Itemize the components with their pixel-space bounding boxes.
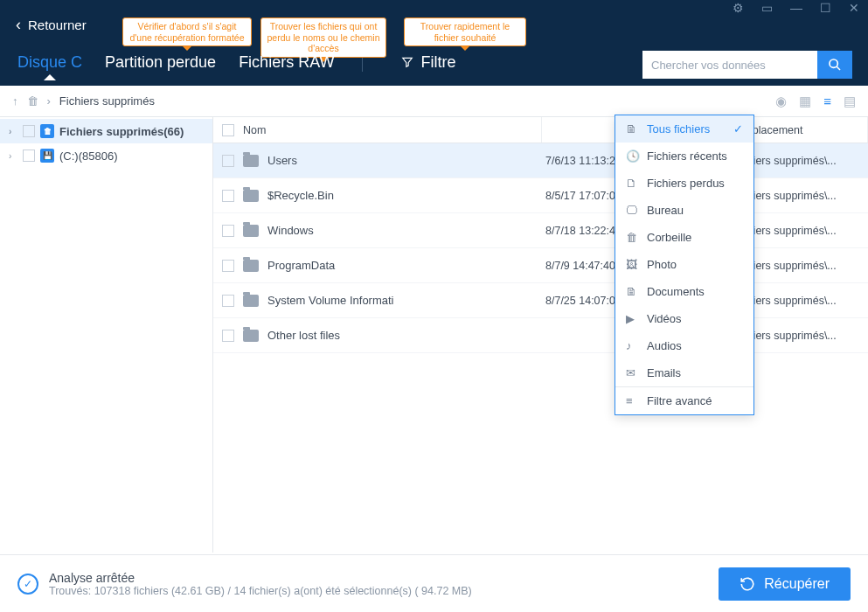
file-list: Nom Type Emplacement Users7/6/13 11:13:2… xyxy=(213,117,868,553)
select-all-checkbox[interactable] xyxy=(222,124,234,136)
tab-raw-files[interactable]: Fichiers RAW xyxy=(239,53,334,72)
audio-icon: ♪ xyxy=(626,339,638,352)
status-sub: Trouvés: 107318 fichiers (42.61 GB) / 14… xyxy=(49,585,472,597)
col-name-label: Nom xyxy=(243,124,266,136)
file-name: Windows xyxy=(267,224,314,237)
trash-icon: 🗑 xyxy=(40,124,54,138)
table-row[interactable]: ProgramData8/7/9 14:47:40Dossier de fic.… xyxy=(213,248,868,283)
restore-icon[interactable]: ▭ xyxy=(761,1,773,15)
lost-icon: 🗋 xyxy=(626,177,638,190)
breadcrumb-path[interactable]: Fichiers supprimés xyxy=(59,94,155,108)
folder-icon xyxy=(243,155,259,167)
filter-dropdown: 🗎Tous fichiers✓ 🕓Fichiers récents 🗋Fichi… xyxy=(615,115,754,415)
filter-advanced[interactable]: ≡Filtre avancé xyxy=(615,386,753,414)
folder-icon xyxy=(243,225,259,237)
main: › 🗑 Fichiers supprimés(66) › 💾 (C:)(8580… xyxy=(0,117,868,553)
checkbox[interactable] xyxy=(222,155,234,167)
tab-disk-c[interactable]: Disque C xyxy=(17,53,82,72)
table-row[interactable]: Users7/6/13 11:13:22Dossier de fic...Fic… xyxy=(213,143,868,178)
tab-lost-partition[interactable]: Partition perdue xyxy=(105,53,216,72)
title-bar: ⚙ ▭ — ☐ ✕ xyxy=(0,0,868,16)
file-name: Users xyxy=(267,154,297,167)
folder-icon xyxy=(243,260,259,272)
image-icon: 🖼 xyxy=(626,258,638,271)
checkbox[interactable] xyxy=(222,330,234,342)
search-input[interactable] xyxy=(642,51,817,79)
folder-icon xyxy=(243,295,259,307)
filter-lost[interactable]: 🗋Fichiers perdus xyxy=(615,170,753,197)
tree-c-drive[interactable]: › 💾 (C:)(85806) xyxy=(0,143,212,168)
status-title: Analyse arrêtée xyxy=(49,571,472,585)
view-switcher: ◉ ▦ ≡ ▤ xyxy=(775,94,856,109)
tab-filter[interactable]: Filtre xyxy=(401,53,455,72)
filter-all[interactable]: 🗎Tous fichiers✓ xyxy=(615,115,753,143)
back-button[interactable]: ‹ Retourner xyxy=(16,16,87,34)
grid-icon[interactable]: ▦ xyxy=(799,94,811,109)
desktop-icon: 🖵 xyxy=(626,204,638,217)
tooltip-quickfind: Trouver rapidement le fichier souhaité xyxy=(404,17,526,46)
tooltip-formatted: Vérifier d'abord s'il s'agit d'une récup… xyxy=(122,17,252,46)
svg-point-0 xyxy=(830,59,837,67)
recover-button[interactable]: Récupérer xyxy=(719,567,851,601)
search-icon xyxy=(828,58,842,72)
checkbox[interactable] xyxy=(222,190,234,202)
tree-deleted-files[interactable]: › 🗑 Fichiers supprimés(66) xyxy=(0,119,212,143)
folder-icon xyxy=(243,330,259,342)
filter-audio[interactable]: ♪Audios xyxy=(615,332,753,359)
preview-icon[interactable]: ◉ xyxy=(775,94,787,109)
status: ✓ Analyse arrêtée Trouvés: 107318 fichie… xyxy=(17,571,472,597)
file-name: System Volume Informati xyxy=(267,294,394,307)
filter-photo[interactable]: 🖼Photo xyxy=(615,251,753,278)
table-row[interactable]: Other lost filesDossier de fic...Fichier… xyxy=(213,318,868,353)
folder-icon xyxy=(243,190,259,202)
table-row[interactable]: System Volume Informati8/7/25 14:07:03Do… xyxy=(213,283,868,318)
detail-icon[interactable]: ▤ xyxy=(844,94,856,109)
table-row[interactable]: $Recycle.Bin8/5/17 17:07:09Dossier de fi… xyxy=(213,178,868,213)
list-icon[interactable]: ≡ xyxy=(823,94,831,108)
table-header: Nom Type Emplacement xyxy=(213,117,868,143)
chevron-left-icon: ‹ xyxy=(16,16,21,34)
funnel-icon xyxy=(401,56,413,68)
chevron-right-icon[interactable]: › xyxy=(9,151,17,161)
sidebar: › 🗑 Fichiers supprimés(66) › 💾 (C:)(8580… xyxy=(0,117,213,553)
checkbox[interactable] xyxy=(222,225,234,237)
settings-icon[interactable]: ⚙ xyxy=(733,1,744,15)
filter-desktop[interactable]: 🖵Bureau xyxy=(615,197,753,224)
video-icon: ▶ xyxy=(626,312,638,325)
filter-docs[interactable]: 🗎Documents xyxy=(615,278,753,305)
minimize-icon[interactable]: — xyxy=(790,1,802,15)
breadcrumb: ↑ 🗑 › Fichiers supprimés xyxy=(12,94,155,108)
col-name[interactable]: Nom xyxy=(213,117,542,143)
checkbox[interactable] xyxy=(23,125,35,137)
recover-label: Récupérer xyxy=(764,576,830,592)
document-icon: 🗎 xyxy=(626,285,638,298)
footer: ✓ Analyse arrêtée Trouvés: 107318 fichie… xyxy=(0,554,868,612)
file-name: $Recycle.Bin xyxy=(267,189,334,202)
file-name: ProgramData xyxy=(267,259,335,272)
filter-trash[interactable]: 🗑Corbeille xyxy=(615,224,753,251)
file-name: Other lost files xyxy=(267,329,340,342)
disk-icon: 💾 xyxy=(40,149,54,163)
tree-label: (C:)(85806) xyxy=(59,150,117,163)
chevron-right-icon[interactable]: › xyxy=(9,127,17,136)
back-label: Retourner xyxy=(28,17,87,32)
clock-icon: 🕓 xyxy=(626,150,638,163)
checkbox[interactable] xyxy=(222,295,234,307)
file-icon: 🗎 xyxy=(626,122,638,136)
filter-email[interactable]: ✉Emails xyxy=(615,359,753,386)
table-row[interactable]: Windows8/7/18 13:22:41Dossier de fic...F… xyxy=(213,213,868,248)
up-icon[interactable]: ↑ xyxy=(12,94,18,108)
header: ‹ Retourner Vérifier d'abord s'il s'agit… xyxy=(0,16,868,86)
check-icon: ✓ xyxy=(733,122,743,136)
checkbox[interactable] xyxy=(222,260,234,272)
filter-recent[interactable]: 🕓Fichiers récents xyxy=(615,143,753,170)
toolbar: ↑ 🗑 › Fichiers supprimés ◉ ▦ ≡ ▤ xyxy=(0,86,868,117)
search-button[interactable] xyxy=(817,51,852,79)
maximize-icon[interactable]: ☐ xyxy=(820,1,831,15)
checkbox[interactable] xyxy=(23,150,35,162)
tree-label: Fichiers supprimés(66) xyxy=(59,125,184,138)
filter-video[interactable]: ▶Vidéos xyxy=(615,305,753,332)
svg-line-1 xyxy=(837,66,840,70)
trash-icon[interactable]: 🗑 xyxy=(27,94,38,108)
close-icon[interactable]: ✕ xyxy=(849,1,859,15)
